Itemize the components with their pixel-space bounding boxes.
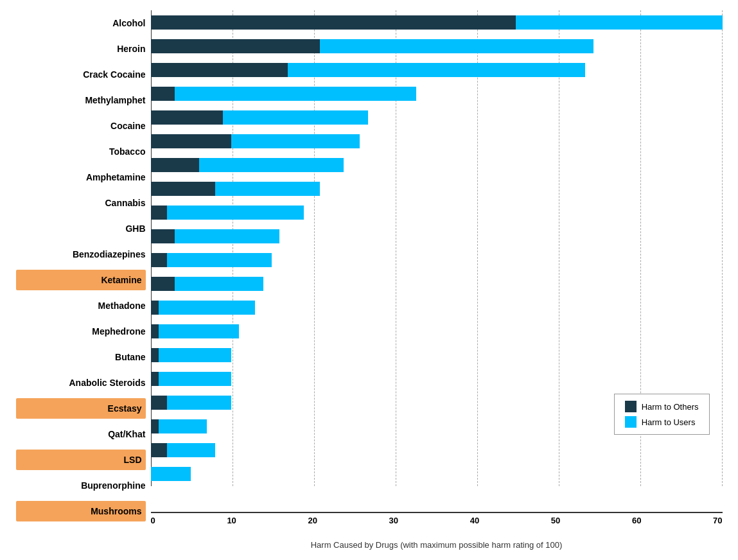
y-label: Ecstasy bbox=[16, 398, 146, 419]
bar-row bbox=[151, 441, 723, 460]
bar-segment-users bbox=[320, 39, 593, 53]
legend-item: Harm to Users bbox=[625, 416, 699, 428]
y-label: Alcohol bbox=[16, 13, 146, 33]
x-tick-label: 70 bbox=[713, 516, 722, 525]
bar-segment-users bbox=[159, 324, 239, 338]
y-label: GHB bbox=[16, 218, 146, 239]
bar-segment-users bbox=[223, 110, 368, 125]
bar-row bbox=[151, 13, 723, 32]
bar-row bbox=[151, 132, 723, 151]
bar-segment-others bbox=[151, 134, 231, 148]
y-label: Methadone bbox=[16, 295, 146, 316]
y-label: Amphetamine bbox=[16, 167, 146, 188]
y-label: Cocaine bbox=[16, 116, 146, 136]
bar-segment-others bbox=[151, 182, 215, 196]
bar-segment-users bbox=[516, 15, 722, 30]
bar-row bbox=[151, 60, 723, 80]
bar-segment-users bbox=[167, 206, 304, 220]
y-labels: AlcoholHeroinCrack CocaineMethylamphetCo… bbox=[16, 10, 151, 550]
x-tick-label: 20 bbox=[308, 516, 317, 525]
bar-row bbox=[151, 346, 723, 365]
bar-segment-others bbox=[151, 301, 159, 315]
bar-segment-users bbox=[167, 253, 272, 267]
bar-segment-others bbox=[151, 206, 167, 220]
legend: Harm to OthersHarm to Users bbox=[614, 394, 710, 435]
bar-segment-users bbox=[175, 229, 279, 243]
bar-row bbox=[151, 298, 723, 317]
bar-row bbox=[151, 369, 723, 389]
bar-segment-others bbox=[151, 443, 167, 457]
x-tick-label: 50 bbox=[551, 516, 560, 525]
bar-segment-users bbox=[231, 134, 360, 148]
bar-segment-users bbox=[167, 443, 215, 457]
y-label: Qat/Khat bbox=[16, 424, 146, 444]
x-tick-label: 40 bbox=[470, 516, 479, 525]
y-label: Cannabis bbox=[16, 193, 146, 213]
grid-and-bars: Harm to OthersHarm to Users bbox=[151, 10, 723, 512]
y-label: LSD bbox=[16, 450, 146, 470]
y-label: Buprenorphine bbox=[16, 475, 146, 496]
bar-segment-others bbox=[151, 229, 175, 243]
y-label: Crack Cocaine bbox=[16, 64, 146, 85]
bar-segment-others bbox=[151, 63, 288, 77]
y-label: Heroin bbox=[16, 39, 146, 59]
x-axis: 010203040506070 bbox=[151, 512, 723, 538]
y-label: Butane bbox=[16, 347, 146, 367]
x-axis-line bbox=[151, 512, 723, 513]
x-axis-title: Harm Caused by Drugs (with maximum possi… bbox=[151, 540, 723, 550]
bar-row bbox=[151, 179, 723, 198]
bar-row bbox=[151, 464, 723, 484]
legend-color-box bbox=[625, 401, 637, 412]
x-tick-label: 0 bbox=[151, 516, 155, 525]
bar-segment-others bbox=[151, 372, 159, 386]
bar-segment-others bbox=[151, 158, 199, 172]
bar-segment-users bbox=[159, 419, 207, 433]
x-tick-labels: 010203040506070 bbox=[151, 512, 723, 525]
bar-segment-users bbox=[151, 467, 191, 481]
bar-segment-users bbox=[167, 396, 231, 410]
bar-segment-users bbox=[199, 158, 344, 172]
bar-segment-others bbox=[151, 277, 175, 291]
chart-container: AlcoholHeroinCrack CocaineMethylamphetCo… bbox=[16, 10, 723, 550]
legend-label: Harm to Users bbox=[642, 417, 696, 427]
bar-segment-others bbox=[151, 87, 175, 101]
bar-segment-others bbox=[151, 39, 320, 53]
bar-segment-users bbox=[159, 301, 255, 315]
bar-row bbox=[151, 155, 723, 175]
bar-row bbox=[151, 274, 723, 293]
bar-segment-others bbox=[151, 348, 159, 362]
bar-segment-others bbox=[151, 15, 516, 30]
y-label: Benzodiazepines bbox=[16, 244, 146, 265]
bar-row bbox=[151, 250, 723, 270]
bar-segment-others bbox=[151, 324, 159, 338]
y-label: Anabolic Steroids bbox=[16, 372, 146, 393]
bar-segment-users bbox=[288, 63, 586, 77]
bar-segment-users bbox=[175, 277, 263, 291]
bar-row bbox=[151, 227, 723, 246]
bar-segment-others bbox=[151, 419, 159, 433]
y-label: Mephedrone bbox=[16, 321, 146, 342]
bar-segment-users bbox=[215, 182, 320, 196]
y-label: Tobacco bbox=[16, 141, 146, 162]
bar-row bbox=[151, 84, 723, 103]
bar-row bbox=[151, 322, 723, 341]
bar-segment-users bbox=[159, 348, 231, 362]
x-tick-label: 10 bbox=[227, 516, 236, 525]
legend-item: Harm to Others bbox=[625, 401, 699, 412]
x-tick-label: 60 bbox=[632, 516, 641, 525]
x-tick-label: 30 bbox=[389, 516, 398, 525]
bar-segment-others bbox=[151, 253, 167, 267]
bar-row bbox=[151, 108, 723, 127]
bar-segment-users bbox=[159, 372, 231, 386]
y-label: Methylamphet bbox=[16, 90, 146, 110]
bar-row bbox=[151, 37, 723, 56]
chart-area: AlcoholHeroinCrack CocaineMethylamphetCo… bbox=[16, 10, 723, 550]
legend-label: Harm to Others bbox=[642, 402, 699, 412]
bar-segment-users bbox=[175, 87, 416, 101]
bar-row bbox=[151, 203, 723, 222]
y-label: Ketamine bbox=[16, 270, 146, 290]
legend-color-box bbox=[625, 416, 637, 428]
y-label: Mushrooms bbox=[16, 501, 146, 521]
bar-segment-others bbox=[151, 110, 224, 125]
bars-area: Harm to OthersHarm to Users 010203040506… bbox=[151, 10, 723, 550]
